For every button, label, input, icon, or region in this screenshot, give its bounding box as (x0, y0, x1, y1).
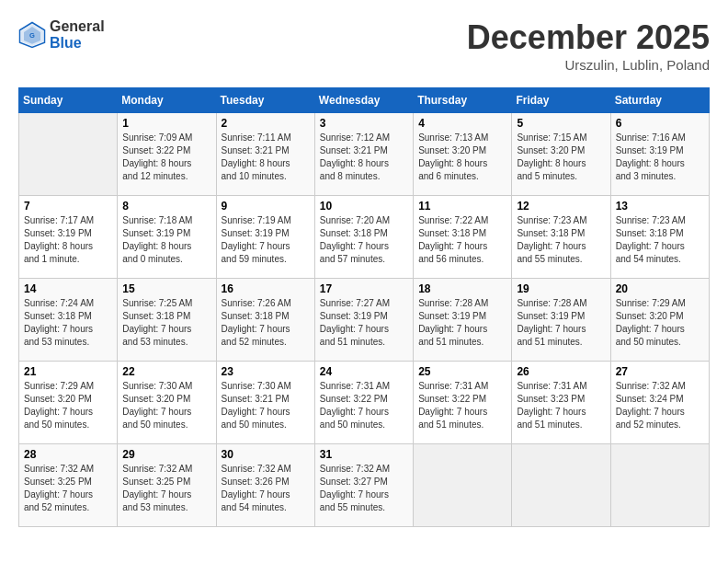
day-info: Sunrise: 7:32 AM Sunset: 3:27 PM Dayligh… (320, 463, 408, 514)
calendar-row: 28Sunrise: 7:32 AM Sunset: 3:25 PM Dayli… (19, 444, 710, 527)
calendar-cell: 17Sunrise: 7:27 AM Sunset: 3:19 PM Dayli… (314, 279, 413, 362)
day-number: 28 (24, 448, 112, 461)
calendar-cell: 1Sunrise: 7:09 AM Sunset: 3:22 PM Daylig… (118, 113, 216, 196)
day-info: Sunrise: 7:27 AM Sunset: 3:19 PM Dayligh… (320, 297, 408, 349)
calendar-cell: 11Sunrise: 7:22 AM Sunset: 3:18 PM Dayli… (414, 196, 512, 279)
day-info: Sunrise: 7:17 AM Sunset: 3:19 PM Dayligh… (24, 214, 112, 266)
day-info: Sunrise: 7:20 AM Sunset: 3:18 PM Dayligh… (320, 214, 408, 266)
day-info: Sunrise: 7:31 AM Sunset: 3:23 PM Dayligh… (517, 380, 605, 431)
calendar-cell: 30Sunrise: 7:32 AM Sunset: 3:26 PM Dayli… (216, 444, 314, 527)
location-subtitle: Urszulin, Lublin, Poland (467, 57, 710, 73)
day-number: 10 (320, 200, 408, 213)
day-info: Sunrise: 7:24 AM Sunset: 3:18 PM Dayligh… (24, 297, 112, 349)
calendar-cell: 26Sunrise: 7:31 AM Sunset: 3:23 PM Dayli… (512, 362, 610, 444)
calendar-row: 21Sunrise: 7:29 AM Sunset: 3:20 PM Dayli… (19, 362, 710, 444)
calendar-cell: 27Sunrise: 7:32 AM Sunset: 3:24 PM Dayli… (610, 362, 709, 444)
calendar-cell (414, 444, 512, 527)
day-info: Sunrise: 7:28 AM Sunset: 3:19 PM Dayligh… (517, 297, 605, 349)
day-number: 27 (616, 365, 704, 378)
day-number: 30 (222, 448, 310, 461)
day-number: 7 (24, 200, 112, 213)
day-info: Sunrise: 7:23 AM Sunset: 3:18 PM Dayligh… (616, 214, 704, 266)
day-number: 11 (418, 200, 506, 213)
calendar-cell: 28Sunrise: 7:32 AM Sunset: 3:25 PM Dayli… (19, 444, 118, 527)
day-number: 31 (320, 448, 408, 461)
day-info: Sunrise: 7:11 AM Sunset: 3:21 PM Dayligh… (222, 132, 310, 183)
day-info: Sunrise: 7:32 AM Sunset: 3:24 PM Dayligh… (616, 380, 704, 431)
weekday-header-saturday: Saturday (610, 88, 709, 113)
day-info: Sunrise: 7:23 AM Sunset: 3:18 PM Dayligh… (517, 214, 605, 266)
day-info: Sunrise: 7:26 AM Sunset: 3:18 PM Dayligh… (222, 297, 310, 349)
day-info: Sunrise: 7:22 AM Sunset: 3:18 PM Dayligh… (418, 214, 506, 266)
day-number: 24 (320, 365, 408, 378)
day-number: 5 (517, 117, 605, 130)
day-number: 3 (320, 117, 408, 130)
day-info: Sunrise: 7:12 AM Sunset: 3:21 PM Dayligh… (320, 132, 408, 183)
day-number: 25 (418, 365, 506, 378)
day-number: 8 (122, 200, 210, 213)
day-number: 6 (616, 117, 704, 130)
day-number: 17 (320, 282, 408, 295)
day-info: Sunrise: 7:18 AM Sunset: 3:19 PM Dayligh… (122, 214, 210, 266)
day-number: 21 (24, 365, 112, 378)
day-number: 26 (517, 365, 605, 378)
weekday-header-monday: Monday (118, 88, 216, 113)
day-number: 12 (517, 200, 605, 213)
day-info: Sunrise: 7:31 AM Sunset: 3:22 PM Dayligh… (320, 380, 408, 431)
calendar-cell: 10Sunrise: 7:20 AM Sunset: 3:18 PM Dayli… (314, 196, 413, 279)
day-number: 22 (122, 365, 210, 378)
day-info: Sunrise: 7:31 AM Sunset: 3:22 PM Dayligh… (418, 380, 506, 431)
day-number: 15 (122, 282, 210, 295)
weekday-header-friday: Friday (512, 88, 610, 113)
day-info: Sunrise: 7:09 AM Sunset: 3:22 PM Dayligh… (122, 132, 210, 183)
calendar-cell: 31Sunrise: 7:32 AM Sunset: 3:27 PM Dayli… (314, 444, 413, 527)
calendar-table: SundayMondayTuesdayWednesdayThursdayFrid… (18, 87, 710, 527)
calendar-cell: 18Sunrise: 7:28 AM Sunset: 3:19 PM Dayli… (414, 279, 512, 362)
day-number: 2 (222, 117, 310, 130)
day-number: 14 (24, 282, 112, 295)
logo-icon: G (18, 21, 46, 49)
day-info: Sunrise: 7:13 AM Sunset: 3:20 PM Dayligh… (418, 132, 506, 183)
day-number: 29 (122, 448, 210, 461)
weekday-header-tuesday: Tuesday (216, 88, 314, 113)
day-number: 23 (222, 365, 310, 378)
calendar-cell: 24Sunrise: 7:31 AM Sunset: 3:22 PM Dayli… (314, 362, 413, 444)
calendar-cell: 9Sunrise: 7:19 AM Sunset: 3:19 PM Daylig… (216, 196, 314, 279)
day-number: 18 (418, 282, 506, 295)
calendar-cell: 12Sunrise: 7:23 AM Sunset: 3:18 PM Dayli… (512, 196, 610, 279)
day-number: 13 (616, 200, 704, 213)
calendar-cell: 23Sunrise: 7:30 AM Sunset: 3:21 PM Dayli… (216, 362, 314, 444)
day-number: 19 (517, 282, 605, 295)
calendar-cell: 8Sunrise: 7:18 AM Sunset: 3:19 PM Daylig… (118, 196, 216, 279)
weekday-header-thursday: Thursday (414, 88, 512, 113)
calendar-cell: 4Sunrise: 7:13 AM Sunset: 3:20 PM Daylig… (414, 113, 512, 196)
day-number: 1 (122, 117, 210, 130)
day-info: Sunrise: 7:30 AM Sunset: 3:21 PM Dayligh… (222, 380, 310, 431)
day-number: 9 (222, 200, 310, 213)
calendar-cell: 6Sunrise: 7:16 AM Sunset: 3:19 PM Daylig… (610, 113, 709, 196)
calendar-cell: 29Sunrise: 7:32 AM Sunset: 3:25 PM Dayli… (118, 444, 216, 527)
day-info: Sunrise: 7:19 AM Sunset: 3:19 PM Dayligh… (222, 214, 310, 266)
calendar-row: 7Sunrise: 7:17 AM Sunset: 3:19 PM Daylig… (19, 196, 710, 279)
calendar-cell: 5Sunrise: 7:15 AM Sunset: 3:20 PM Daylig… (512, 113, 610, 196)
weekday-header-wednesday: Wednesday (314, 88, 413, 113)
calendar-cell: 20Sunrise: 7:29 AM Sunset: 3:20 PM Dayli… (610, 279, 709, 362)
title-section: December 2025 Urszulin, Lublin, Poland (467, 18, 710, 73)
day-info: Sunrise: 7:32 AM Sunset: 3:25 PM Dayligh… (122, 463, 210, 514)
calendar-cell: 22Sunrise: 7:30 AM Sunset: 3:20 PM Dayli… (118, 362, 216, 444)
page-header: G GeneralBlue December 2025 Urszulin, Lu… (18, 18, 710, 73)
day-info: Sunrise: 7:29 AM Sunset: 3:20 PM Dayligh… (616, 297, 704, 349)
weekday-header-row: SundayMondayTuesdayWednesdayThursdayFrid… (19, 88, 710, 113)
month-title: December 2025 (467, 18, 710, 57)
svg-text:G: G (29, 31, 35, 40)
calendar-cell (512, 444, 610, 527)
day-info: Sunrise: 7:32 AM Sunset: 3:25 PM Dayligh… (24, 463, 112, 514)
logo-text: GeneralBlue (50, 18, 105, 51)
day-info: Sunrise: 7:32 AM Sunset: 3:26 PM Dayligh… (222, 463, 310, 514)
calendar-cell: 13Sunrise: 7:23 AM Sunset: 3:18 PM Dayli… (610, 196, 709, 279)
calendar-row: 1Sunrise: 7:09 AM Sunset: 3:22 PM Daylig… (19, 113, 710, 196)
calendar-cell: 19Sunrise: 7:28 AM Sunset: 3:19 PM Dayli… (512, 279, 610, 362)
day-number: 20 (616, 282, 704, 295)
day-info: Sunrise: 7:29 AM Sunset: 3:20 PM Dayligh… (24, 380, 112, 431)
calendar-row: 14Sunrise: 7:24 AM Sunset: 3:18 PM Dayli… (19, 279, 710, 362)
